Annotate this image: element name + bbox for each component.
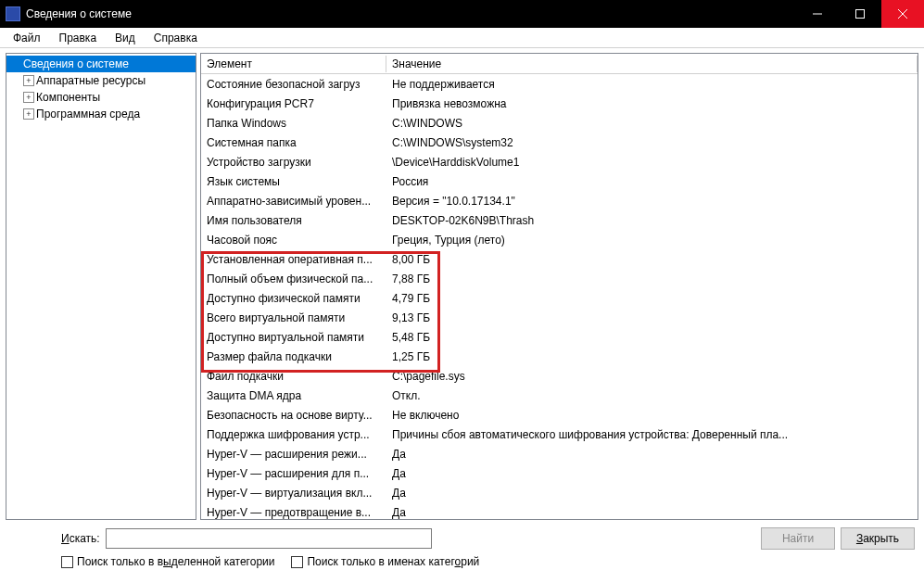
table-row[interactable]: Имя пользователяDESKTOP-02K6N9B\Thrash [201,210,918,230]
column-header-value[interactable]: Значение [386,56,918,72]
search-input[interactable] [106,528,433,549]
tree-label: Программная среда [36,108,140,120]
table-row[interactable]: Защита DMA ядраОткл. [201,386,918,405]
plus-icon[interactable]: + [23,108,34,120]
table-row[interactable]: Файл подкачкиC:\pagefile.sys [201,366,918,386]
table-row[interactable]: Язык системыРоссия [201,171,918,191]
search-label: Искать: [61,532,100,545]
cell-element: Системная папка [201,134,386,151]
table-row[interactable]: Системная папкаC:\WINDOWS\system32 [201,133,918,152]
cell-element: Hyper-V — расширения для п... [201,465,386,482]
chk-label: Поиск только в именах категорий [307,555,479,568]
content-area: Сведения о системе + Аппаратные ресурсы … [0,48,924,520]
table-row[interactable]: Часовой поясГреция, Турция (лето) [201,230,918,249]
svg-rect-1 [856,10,865,19]
cell-value: C:\WINDOWS\system32 [386,134,918,151]
cell-value: 1,25 ГБ [386,349,918,365]
table-row[interactable]: Устройство загрузки\Device\HarddiskVolum… [201,152,918,171]
table-panel: Элемент Значение Состояние безопасной за… [200,53,918,520]
table-row[interactable]: Поддержка шифрования устр...Причины сбоя… [201,425,918,444]
tree-components[interactable]: + Компоненты [6,89,196,106]
plus-icon[interactable]: + [23,75,34,86]
cell-value: 4,79 ГБ [386,290,918,307]
cell-value: Не включено [386,407,918,424]
cell-element: Размер файла подкачки [201,349,386,365]
find-button[interactable]: Найти [761,527,835,550]
table-row[interactable]: Безопасность на основе вирту...Не включе… [201,405,918,425]
cell-element: Папка Windows [201,115,386,132]
cell-value: Да [386,504,918,520]
window-controls [796,0,924,28]
table-row[interactable]: Hyper-V — виртуализация вкл...Да [201,483,918,502]
cell-value: Россия [386,173,918,190]
cell-element: Защита DMA ядра [201,387,386,404]
table-row[interactable]: Hyper-V — предотвращение в...Да [201,502,918,519]
cell-value: Да [386,465,918,482]
cell-element: Hyper-V — предотвращение в... [201,504,386,520]
menu-help[interactable]: Справка [145,30,207,46]
menu-edit[interactable]: Правка [50,30,107,46]
cell-element: Имя пользователя [201,212,386,229]
plus-icon[interactable]: + [23,92,34,103]
cell-value: Привязка невозможна [386,95,918,112]
chk-selected-category[interactable]: Поиск только в выделенной категории [61,555,274,568]
cell-value: 9,13 ГБ [386,310,918,326]
table-row[interactable]: Конфигурация PCR7Привязка невозможна [201,94,918,113]
tree-panel[interactable]: Сведения о системе + Аппаратные ресурсы … [6,53,196,520]
cell-element: Hyper-V — виртуализация вкл... [201,485,386,501]
window-title: Сведения о системе [26,7,796,20]
app-icon [6,6,20,21]
table-row[interactable]: Доступно виртуальной памяти5,48 ГБ [201,327,918,347]
table-row[interactable]: Аппаратно-зависимый уровен...Версия = "1… [201,191,918,210]
cell-element: Поддержка шифрования устр... [201,426,386,443]
tree-hardware[interactable]: + Аппаратные ресурсы [6,72,196,89]
table-row[interactable]: Состояние безопасной загрузНе поддержива… [201,74,918,94]
chk-category-names[interactable]: Поиск только в именах категорий [291,555,479,568]
tree-software-env[interactable]: + Программная среда [6,106,196,122]
cell-value: Версия = "10.0.17134.1" [386,193,918,209]
cell-value: DESKTOP-02K6N9B\Thrash [386,212,918,229]
checkbox-icon[interactable] [61,556,73,568]
cell-element: Устройство загрузки [201,154,386,171]
table-row[interactable]: Всего виртуальной памяти9,13 ГБ [201,308,918,327]
table-row[interactable]: Полный объем физической па...7,88 ГБ [201,269,918,288]
table-row[interactable]: Размер файла подкачки1,25 ГБ [201,347,918,366]
cell-value: Да [386,446,918,463]
menu-view[interactable]: Вид [106,30,145,46]
maximize-button[interactable] [839,0,881,28]
chk-label: Поиск только в выделенной категории [77,555,274,568]
cell-element: Всего виртуальной памяти [201,310,386,326]
cell-value: C:\pagefile.sys [386,368,918,385]
cell-element: Доступно физической памяти [201,290,386,307]
check-row: Поиск только в выделенной категории Поис… [9,555,915,568]
cell-value: Откл. [386,387,918,404]
table-body[interactable]: Состояние безопасной загрузНе поддержива… [201,74,918,519]
cell-element: Доступно виртуальной памяти [201,329,386,346]
tree-label: Аппаратные ресурсы [36,74,146,87]
table-header: Элемент Значение [201,54,918,74]
tree-label: Компоненты [36,91,100,104]
table-row[interactable]: Hyper-V — расширения для п...Да [201,463,918,483]
table-row[interactable]: Папка WindowsC:\WINDOWS [201,113,918,133]
table-row[interactable]: Доступно физической памяти4,79 ГБ [201,288,918,308]
column-header-element[interactable]: Элемент [201,56,386,72]
cell-element: Полный объем физической па... [201,271,386,287]
search-row: Искать: Найти Закрыть [9,527,915,550]
menubar: Файл Правка Вид Справка [0,28,924,48]
cell-value: C:\WINDOWS [386,115,918,132]
cell-value: Не поддерживается [386,76,918,93]
table-row[interactable]: Установленная оперативная п...8,00 ГБ [201,249,918,269]
table-row[interactable]: Hyper-V — расширения режи...Да [201,444,918,463]
cell-element: Безопасность на основе вирту... [201,407,386,424]
cell-element: Hyper-V — расширения режи... [201,446,386,463]
menu-file[interactable]: Файл [4,30,50,46]
cell-element: Язык системы [201,173,386,190]
checkbox-icon[interactable] [291,556,303,568]
cell-element: Состояние безопасной загруз [201,76,386,93]
close-search-button[interactable]: Закрыть [841,527,915,550]
close-button[interactable] [881,0,924,28]
cell-element: Аппаратно-зависимый уровен... [201,193,386,209]
minimize-button[interactable] [796,0,839,28]
cell-value: 7,88 ГБ [386,271,918,287]
tree-root[interactable]: Сведения о системе [6,56,196,72]
